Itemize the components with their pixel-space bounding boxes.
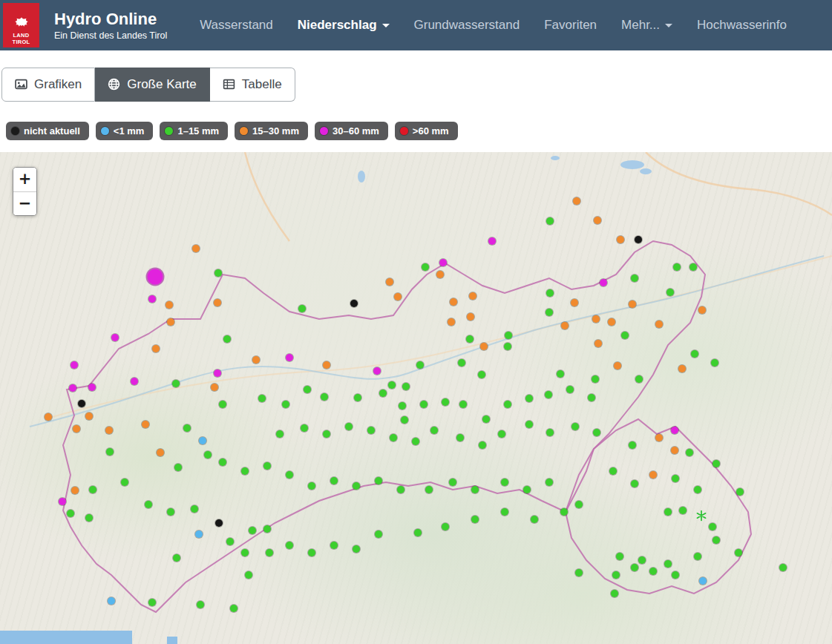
station-marker[interactable] [478, 371, 485, 378]
station-marker[interactable] [631, 275, 638, 282]
station-marker[interactable] [350, 300, 358, 307]
station-marker[interactable] [546, 309, 553, 316]
station-marker[interactable] [195, 530, 203, 538]
station-marker[interactable] [249, 527, 256, 534]
station-marker[interactable] [649, 471, 657, 479]
station-marker[interactable] [308, 549, 315, 556]
station-marker[interactable] [673, 263, 681, 271]
station-marker[interactable] [219, 401, 226, 408]
station-marker[interactable] [621, 332, 629, 339]
station-marker[interactable] [111, 334, 119, 341]
station-marker[interactable] [282, 401, 289, 408]
brand[interactable]: Hydro Online Ein Dienst des Landes Tirol [54, 10, 167, 40]
station-marker[interactable] [635, 236, 642, 243]
station-marker[interactable] [416, 361, 424, 369]
station-marker[interactable] [85, 514, 93, 522]
station-marker[interactable] [713, 460, 720, 467]
station-marker[interactable] [631, 480, 638, 487]
nav-item-hochwasserinfo[interactable]: Hochwasserinfo [697, 18, 787, 33]
station-marker[interactable] [230, 605, 238, 612]
station-marker[interactable] [241, 467, 249, 475]
station-marker[interactable] [241, 549, 249, 556]
station-marker[interactable] [523, 486, 531, 493]
station-marker[interactable] [173, 554, 180, 562]
station-marker[interactable] [167, 318, 174, 326]
station-marker[interactable] [498, 430, 505, 438]
station-marker[interactable] [330, 542, 338, 549]
station-marker[interactable] [439, 259, 447, 266]
station-marker[interactable] [459, 401, 467, 408]
station-marker[interactable] [594, 340, 602, 347]
station-marker[interactable] [686, 449, 693, 456]
station-marker[interactable] [183, 424, 191, 432]
station-marker[interactable] [501, 479, 508, 486]
station-marker[interactable] [105, 427, 113, 434]
station-marker[interactable] [379, 390, 387, 397]
station-marker[interactable] [456, 434, 464, 441]
station-marker[interactable] [469, 292, 476, 300]
station-marker[interactable] [215, 519, 223, 527]
station-marker[interactable] [611, 590, 618, 597]
station-marker[interactable] [557, 370, 564, 378]
station-marker[interactable] [655, 321, 663, 328]
station-marker[interactable] [678, 365, 686, 372]
station-marker[interactable] [649, 568, 657, 575]
station-marker[interactable] [458, 359, 465, 367]
station-marker[interactable] [571, 299, 578, 306]
station-marker[interactable] [594, 217, 601, 224]
station-marker[interactable] [263, 462, 271, 470]
station-marker[interactable] [204, 451, 212, 459]
station-marker[interactable] [573, 197, 580, 205]
station-marker[interactable] [375, 530, 382, 538]
station-marker[interactable] [286, 354, 293, 361]
station-marker[interactable] [442, 398, 449, 406]
station-marker[interactable] [142, 421, 149, 428]
station-marker[interactable] [402, 383, 410, 390]
station-marker[interactable] [354, 394, 361, 401]
station-marker[interactable] [479, 441, 486, 449]
station-marker[interactable] [386, 278, 393, 286]
station-marker[interactable] [106, 448, 114, 456]
station-marker[interactable] [375, 477, 382, 484]
station-marker[interactable] [471, 516, 479, 523]
station-marker[interactable] [148, 599, 156, 606]
station-marker[interactable] [323, 430, 330, 438]
station-marker[interactable] [694, 486, 701, 493]
station-marker[interactable] [504, 343, 511, 350]
station-marker[interactable] [121, 479, 128, 486]
station-marker[interactable] [85, 413, 93, 420]
station-marker[interactable] [575, 501, 583, 508]
station-marker[interactable] [45, 413, 52, 421]
station-marker[interactable] [422, 263, 429, 271]
station-marker[interactable] [600, 279, 607, 286]
station-marker[interactable] [276, 430, 284, 438]
station-marker[interactable] [546, 289, 554, 297]
station-marker[interactable] [226, 538, 234, 545]
station-marker[interactable] [214, 299, 221, 306]
station-marker[interactable] [148, 269, 163, 284]
station-marker[interactable] [471, 486, 479, 493]
tab-große-karte[interactable]: Große Karte [95, 68, 210, 102]
station-marker[interactable] [108, 597, 115, 605]
station-marker[interactable] [713, 536, 720, 544]
station-marker[interactable] [399, 402, 406, 410]
station-marker[interactable] [442, 523, 449, 530]
land-tirol-logo[interactable]: LAND TIROL [3, 3, 39, 47]
station-marker[interactable] [78, 400, 85, 407]
station-marker[interactable] [504, 401, 511, 408]
station-marker[interactable] [525, 395, 533, 402]
station-marker[interactable] [629, 300, 636, 308]
station-marker[interactable] [466, 335, 474, 343]
station-marker[interactable] [88, 384, 96, 391]
station-marker[interactable] [449, 479, 456, 486]
station-marker[interactable] [286, 471, 293, 479]
station-marker[interactable] [560, 508, 568, 516]
station-marker[interactable] [450, 298, 457, 306]
station-marker[interactable] [330, 477, 338, 484]
station-marker[interactable] [779, 564, 787, 571]
station-marker[interactable] [219, 459, 226, 466]
station-marker[interactable] [671, 447, 678, 454]
station-marker[interactable] [223, 335, 231, 343]
station-marker[interactable] [214, 269, 222, 277]
station-marker[interactable] [390, 434, 397, 441]
